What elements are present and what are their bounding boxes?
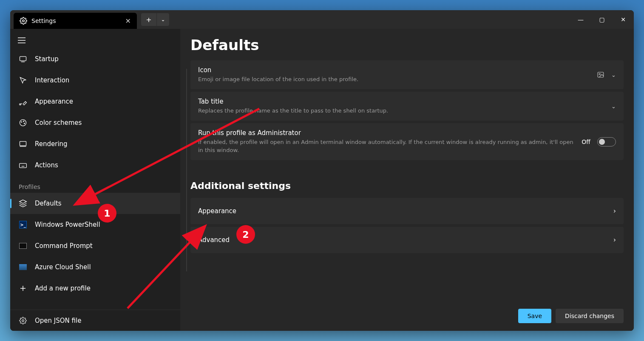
setting-desc: Emoji or image file location of the icon… — [198, 76, 590, 83]
sidebar-item-label: Defaults — [35, 200, 62, 207]
sidebar-item-label: Command Prompt — [35, 242, 93, 250]
monitor-icon — [19, 140, 27, 148]
new-tab-button[interactable]: + — [141, 13, 156, 26]
setting-title: Run this profile as Administrator — [198, 129, 575, 137]
additional-appearance[interactable]: Appearance › — [190, 198, 624, 224]
sidebar-item-powershell[interactable]: >_ Windows PowerShell — [10, 214, 180, 235]
toggle-label: Off — [582, 138, 590, 145]
page-title: Defaults — [190, 37, 624, 54]
sidebar-item-label: Add a new profile — [35, 285, 91, 292]
save-button[interactable]: Save — [518, 309, 551, 323]
sidebar-item-label: Open JSON file — [35, 317, 81, 324]
sidebar-item-label: Interaction — [35, 76, 69, 84]
svg-rect-22 — [598, 72, 604, 77]
additional-advanced[interactable]: Advanced › — [190, 227, 624, 253]
brush-icon — [19, 97, 27, 106]
sidebar-item-label: Color schemes — [35, 119, 82, 127]
setting-card-icon[interactable]: Icon Emoji or image file location of the… — [190, 60, 624, 89]
sidebar-item-rendering[interactable]: Rendering — [10, 133, 180, 155]
window-body: Startup Interaction Appearance Color sch… — [10, 29, 634, 331]
sidebar-item-label: Rendering — [35, 140, 68, 148]
sidebar-item-label: Windows PowerShell — [35, 221, 100, 228]
svg-rect-4 — [20, 56, 26, 61]
gear-icon — [20, 17, 27, 25]
setting-title: Tab title — [198, 98, 604, 105]
sidebar-item-azure[interactable]: Azure Cloud Shell — [10, 256, 180, 278]
palette-icon — [19, 118, 27, 127]
sidebar-item-interaction[interactable]: Interaction — [10, 70, 180, 91]
cursor-icon — [19, 76, 27, 85]
additional-label: Appearance — [198, 207, 236, 215]
plus-icon — [19, 284, 27, 293]
main-content: Defaults Icon Emoji or image file locati… — [180, 29, 634, 331]
tab-label: Settings — [31, 17, 56, 24]
svg-rect-10 — [20, 141, 26, 146]
svg-point-5 — [20, 104, 21, 105]
azure-icon — [19, 263, 27, 271]
svg-point-9 — [24, 123, 25, 124]
image-icon — [597, 71, 604, 79]
sidebar-item-label: Azure Cloud Shell — [35, 263, 91, 271]
startup-icon — [19, 55, 27, 63]
sidebar-item-label: Startup — [35, 55, 59, 63]
svg-marker-18 — [20, 200, 27, 203]
profiles-section-label: Profiles — [10, 176, 180, 193]
svg-point-23 — [599, 73, 600, 75]
tab-settings[interactable]: Settings ✕ — [14, 13, 137, 29]
sidebar: Startup Interaction Appearance Color sch… — [10, 29, 180, 331]
cmd-icon — [19, 242, 27, 250]
powershell-icon: >_ — [19, 220, 27, 229]
maximize-button[interactable]: ▢ — [591, 10, 613, 29]
chevron-right-icon: › — [613, 207, 616, 215]
new-tab-group: + ⌄ — [141, 13, 169, 26]
sidebar-item-actions[interactable]: Actions — [10, 155, 180, 176]
svg-point-21 — [22, 319, 24, 321]
footer-buttons: Save Discard changes — [518, 309, 624, 323]
layers-icon — [19, 199, 27, 208]
sidebar-item-cmd[interactable]: Command Prompt — [10, 235, 180, 256]
svg-point-0 — [23, 20, 25, 22]
setting-card-tab-title[interactable]: Tab title Replaces the profile name as t… — [190, 92, 624, 121]
chevron-down-icon: ⌄ — [611, 72, 616, 78]
setting-desc: Replaces the profile name as the title t… — [198, 107, 604, 115]
sidebar-item-color-schemes[interactable]: Color schemes — [10, 112, 180, 133]
sidebar-item-defaults[interactable]: Defaults — [10, 193, 180, 214]
titlebar: Settings ✕ + ⌄ — ▢ ✕ — [10, 10, 634, 29]
new-tab-dropdown[interactable]: ⌄ — [156, 13, 169, 26]
chevron-down-icon: ⌄ — [611, 103, 616, 110]
gear-icon — [19, 316, 27, 325]
svg-point-7 — [21, 122, 22, 123]
setting-card-admin[interactable]: Run this profile as Administrator If ena… — [190, 123, 624, 160]
keyboard-icon — [19, 161, 27, 169]
hamburger-button[interactable] — [10, 32, 180, 48]
svg-point-8 — [23, 121, 24, 122]
tab-close-icon[interactable]: ✕ — [125, 17, 131, 25]
sidebar-item-label: Actions — [35, 161, 58, 169]
sidebar-item-add-profile[interactable]: Add a new profile — [10, 278, 180, 299]
admin-toggle[interactable] — [597, 137, 616, 147]
chevron-right-icon: › — [613, 236, 616, 244]
window-controls: — ▢ ✕ — [570, 10, 634, 29]
app-window: Settings ✕ + ⌄ — ▢ ✕ Startup Interaction — [10, 10, 634, 331]
setting-desc: If enabled, the profile will open in an … — [198, 138, 575, 154]
additional-settings-heading: Additional settings — [190, 180, 624, 191]
svg-point-6 — [20, 120, 26, 126]
setting-title: Icon — [198, 66, 590, 74]
vertical-divider — [186, 69, 187, 271]
close-window-button[interactable]: ✕ — [613, 10, 634, 29]
svg-rect-12 — [20, 163, 27, 168]
additional-label: Advanced — [198, 236, 230, 244]
discard-button[interactable]: Discard changes — [556, 309, 624, 323]
sidebar-item-startup[interactable]: Startup — [10, 48, 180, 70]
sidebar-item-label: Appearance — [35, 98, 73, 105]
sidebar-item-appearance[interactable]: Appearance — [10, 91, 180, 112]
minimize-button[interactable]: — — [570, 10, 591, 29]
sidebar-item-open-json[interactable]: Open JSON file — [10, 310, 180, 331]
